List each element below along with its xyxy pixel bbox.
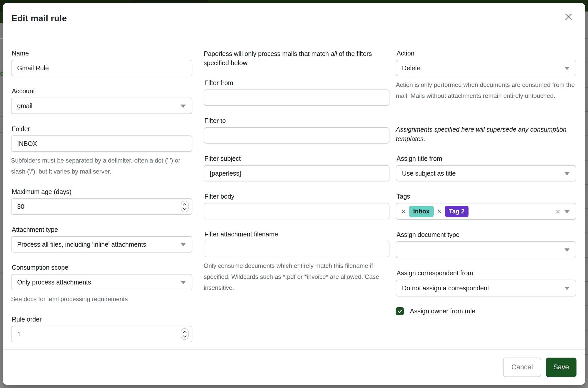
action-assignment-column: Action Delete Action is only performed w…	[396, 38, 576, 315]
caret-down-icon	[564, 210, 570, 213]
filter-from-field-group: Filter from	[204, 79, 389, 106]
assign-correspondent-from-selected-value: Do not assign a correspondent	[402, 284, 489, 292]
filter-to-input[interactable]	[204, 127, 389, 144]
filters-column: Paperless will only process mails that m…	[204, 38, 389, 304]
dialog-title: Edit mail rule	[12, 13, 67, 23]
account-selected-value: gmail	[17, 102, 32, 110]
assign-title-from-selected-value: Use subject as title	[402, 170, 456, 177]
filter-to-field-group: Filter to	[204, 117, 389, 144]
assign-document-type-label: Assign document type	[397, 231, 575, 239]
assign-correspondent-from-label: Assign correspondent from	[397, 269, 575, 277]
caret-down-icon	[564, 172, 570, 175]
background-sidebar-edge	[0, 12, 3, 23]
filter-from-input[interactable]	[204, 89, 389, 106]
background-page-right-edge	[585, 12, 588, 388]
account-field-group: Account gmail	[11, 87, 192, 114]
remove-tag-icon[interactable]: ×	[401, 208, 406, 215]
attachment-type-selected-value: Process all files, including 'inline' at…	[17, 241, 146, 248]
caret-down-icon	[564, 248, 570, 252]
assign-owner-label: Assign owner from rule	[410, 307, 475, 315]
assign-document-type-field-group: Assign document type	[396, 231, 576, 258]
consumption-scope-select[interactable]: Only process attachments	[11, 274, 192, 290]
attachment-type-select[interactable]: Process all files, including 'inline' at…	[11, 236, 192, 253]
maximum-age-field-group: Maximum age (days) 30	[11, 188, 192, 215]
account-label: Account	[12, 87, 192, 95]
close-button[interactable]	[561, 10, 576, 24]
maximum-age-label: Maximum age (days)	[12, 188, 192, 196]
filter-attachment-filename-field-group: Filter attachment filename Only consume …	[204, 230, 389, 293]
folder-label: Folder	[12, 125, 192, 133]
filters-intro-text: Paperless will only process mails that m…	[204, 49, 389, 67]
filter-body-label: Filter body	[204, 192, 389, 200]
maximum-age-value: 30	[17, 203, 24, 210]
action-label: Action	[397, 49, 575, 57]
assign-title-from-select[interactable]: Use subject as title	[396, 165, 576, 181]
filter-attachment-filename-hint: Only consume documents which entirely ma…	[204, 260, 389, 293]
assign-title-from-label: Assign title from	[397, 154, 575, 163]
account-select[interactable]: gmail	[11, 98, 192, 114]
tags-field-group: Tags × Inbox × Tag 2 ×	[396, 192, 576, 220]
consumption-scope-hint: See docs for .eml processing requirement…	[11, 293, 192, 304]
name-field-group: Name	[11, 49, 192, 76]
caret-down-icon	[564, 67, 570, 70]
filter-body-input[interactable]	[204, 203, 389, 219]
assign-correspondent-from-field-group: Assign correspondent from Do not assign …	[396, 269, 576, 296]
name-label: Name	[12, 49, 192, 57]
folder-input[interactable]	[11, 135, 192, 152]
assign-title-from-field-group: Assign title from Use subject as title	[396, 154, 576, 181]
screen: d Edit mail rule Name	[0, 0, 588, 388]
assign-owner-checkbox[interactable]: Assign owner from rule	[396, 307, 576, 315]
tag-chip-tag-2[interactable]: Tag 2	[445, 206, 469, 217]
filter-subject-field-group: Filter subject	[204, 154, 389, 181]
dialog-header: Edit mail rule	[3, 3, 585, 38]
filter-to-label: Filter to	[204, 117, 389, 125]
attachment-type-label: Attachment type	[12, 225, 192, 234]
dialog-footer: Cancel Save	[3, 349, 585, 385]
filter-attachment-filename-label: Filter attachment filename	[204, 230, 389, 238]
number-stepper-icon[interactable]	[181, 201, 189, 212]
assign-document-type-select[interactable]	[396, 241, 576, 258]
attachment-type-field-group: Attachment type Process all files, inclu…	[11, 225, 192, 253]
number-stepper-icon[interactable]	[181, 328, 189, 340]
stepper-down-icon[interactable]	[183, 206, 187, 210]
consumption-scope-field-group: Consumption scope Only process attachmen…	[11, 263, 192, 304]
checkbox-checked[interactable]	[396, 307, 404, 315]
filter-from-label: Filter from	[204, 79, 389, 87]
edit-mail-rule-dialog: Edit mail rule Name Account gmail	[3, 3, 585, 385]
clear-tags-icon[interactable]: ×	[556, 207, 560, 216]
folder-field-group: Folder Subfolders must be separated by a…	[11, 125, 192, 177]
save-button[interactable]: Save	[546, 358, 576, 377]
assignments-note: Assignments specified here will supersed…	[396, 125, 576, 144]
rule-order-label: Rule order	[12, 315, 192, 323]
maximum-age-input[interactable]: 30	[11, 198, 192, 215]
tags-select[interactable]: × Inbox × Tag 2 ×	[396, 203, 576, 220]
remove-tag-icon[interactable]: ×	[437, 208, 441, 215]
action-field-group: Action Delete Action is only performed w…	[396, 49, 576, 101]
cancel-button[interactable]: Cancel	[503, 358, 541, 377]
action-hint: Action is only performed when documents …	[396, 79, 576, 101]
rule-settings-column: Name Account gmail Folder Subfolders mus…	[11, 38, 192, 353]
checkmark-icon	[397, 309, 402, 314]
consumption-scope-selected-value: Only process attachments	[17, 279, 91, 286]
caret-down-icon	[564, 287, 570, 290]
folder-hint: Subfolders must be separated by a delimi…	[11, 155, 192, 177]
rule-order-input[interactable]: 1	[11, 326, 192, 342]
action-select[interactable]: Delete	[396, 60, 576, 76]
filter-attachment-filename-input[interactable]	[204, 241, 389, 257]
assign-correspondent-from-select[interactable]: Do not assign a correspondent	[396, 280, 576, 296]
tag-chip-inbox[interactable]: Inbox	[409, 206, 434, 217]
stepper-down-icon[interactable]	[183, 334, 187, 337]
name-input[interactable]	[11, 60, 192, 76]
background-page-left-edge: d	[0, 12, 3, 388]
rule-order-value: 1	[17, 330, 21, 338]
action-selected-value: Delete	[402, 64, 420, 72]
filter-subject-label: Filter subject	[204, 154, 389, 163]
tags-label: Tags	[397, 192, 575, 200]
filter-subject-input[interactable]	[204, 165, 389, 181]
consumption-scope-label: Consumption scope	[12, 263, 192, 271]
close-icon	[564, 12, 573, 22]
caret-down-icon	[181, 243, 186, 246]
caret-down-icon	[181, 105, 186, 108]
caret-down-icon	[181, 281, 186, 284]
rule-order-field-group: Rule order 1	[11, 315, 192, 342]
